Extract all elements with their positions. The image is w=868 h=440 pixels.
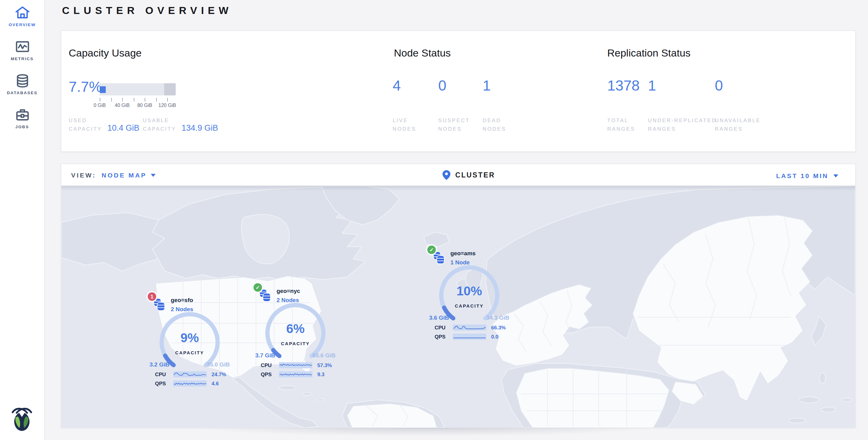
view-dropdown[interactable]: NODE MAP bbox=[101, 171, 156, 179]
capacity-bar-dark-segment bbox=[164, 83, 176, 95]
cluster-summary-card: Capacity Usage 7.7% 0 GiB40 GiB80 GiB120… bbox=[61, 30, 856, 152]
capacity-gauge-percent: 10% bbox=[426, 284, 513, 298]
scroll-shadow bbox=[146, 428, 705, 440]
used-capacity-label: USEDCAPACITY bbox=[69, 116, 102, 133]
healthy-badge: ✓ bbox=[427, 246, 436, 254]
locality-name: geo=ams bbox=[451, 250, 476, 256]
node-status-title: Node Status bbox=[394, 48, 451, 60]
capacity-bar-track bbox=[100, 83, 176, 95]
capacity-bar: 0 GiB40 GiB80 GiB120 GiB bbox=[100, 83, 176, 111]
chevron-down-icon bbox=[833, 174, 838, 177]
healthy-badge: ✓ bbox=[253, 283, 262, 292]
suspect-nodes-value: 0 bbox=[438, 78, 446, 93]
qps-row: QPS 9.3 bbox=[261, 371, 324, 377]
map-locality-nyc[interactable]: ✓ geo=nyc 2 Nodes 6% CAPACITY 3.7 GiB 65… bbox=[252, 280, 343, 383]
jobs-icon bbox=[14, 107, 30, 123]
locality-used-capacity: 3.6 GiB bbox=[429, 314, 449, 321]
metrics-icon bbox=[14, 39, 30, 55]
replication-status-title: Replication Status bbox=[607, 48, 690, 60]
cpu-label: CPU bbox=[435, 324, 451, 331]
chevron-down-icon bbox=[151, 174, 156, 177]
unavailable-ranges-stat: 0 UNAVAILABLERANGES bbox=[715, 78, 723, 93]
cpu-value: 24.7% bbox=[212, 371, 226, 377]
qps-label: QPS bbox=[261, 371, 277, 377]
under-replicated-ranges-label: UNDER-REPLICATEDRANGES bbox=[648, 116, 721, 133]
cpu-label: CPU bbox=[261, 362, 277, 368]
cpu-row: CPU 66.3% bbox=[435, 324, 506, 331]
qps-row: QPS 4.6 bbox=[155, 380, 219, 386]
dead-node-badge: 1 bbox=[148, 292, 156, 301]
capacity-bar-tick bbox=[111, 98, 112, 101]
locality-used-capacity: 3.7 GiB bbox=[255, 352, 275, 358]
capacity-gauge-range: 3.6 GiB 34.3 GiB bbox=[429, 314, 509, 321]
capacity-bar-tick bbox=[133, 98, 134, 101]
dead-nodes-stat: 1 DEADNODES bbox=[483, 78, 491, 93]
capacity-bar-fill bbox=[100, 86, 105, 93]
qps-sparkline bbox=[279, 371, 312, 377]
map-pin-icon bbox=[442, 170, 451, 180]
unavailable-ranges-value: 0 bbox=[715, 78, 723, 93]
under-replicated-ranges-value: 1 bbox=[648, 78, 656, 93]
total-ranges-value: 1378 bbox=[607, 78, 640, 93]
databases-icon bbox=[14, 73, 30, 89]
locality-usable-capacity: 65.6 GiB bbox=[312, 352, 336, 358]
capacity-gauge-range: 3.7 GiB 65.6 GiB bbox=[255, 352, 336, 358]
usable-capacity: USABLECAPACITY 134.9 GiB bbox=[143, 116, 218, 133]
suspect-nodes-stat: 0 SUSPECTNODES bbox=[438, 78, 446, 93]
cpu-row: CPU 24.7% bbox=[155, 371, 226, 377]
view-selector-group: VIEW: NODE MAP bbox=[71, 171, 156, 179]
map-locality-ams[interactable]: ✓ geo=ams 1 Node 10% CAPACITY 3.6 GiB 34… bbox=[426, 243, 517, 346]
used-capacity-value: 10.4 GiB bbox=[107, 123, 139, 133]
used-capacity: USEDCAPACITY 10.4 GiB bbox=[69, 116, 139, 133]
usable-capacity-label: USABLECAPACITY bbox=[143, 116, 176, 133]
home-icon bbox=[14, 5, 30, 21]
capacity-bar-tick bbox=[156, 98, 157, 101]
capacity-bar-tick bbox=[145, 98, 145, 101]
capacity-gauge-range: 3.2 GiB 35.0 GiB bbox=[150, 361, 230, 368]
view-dropdown-value: NODE MAP bbox=[101, 171, 147, 179]
capacity-gauge-percent: 6% bbox=[252, 321, 339, 336]
view-label: VIEW: bbox=[71, 171, 96, 179]
sidebar-item-overview[interactable]: OVERVIEW bbox=[0, 5, 44, 27]
total-ranges-stat: 1378 TOTALRANGES bbox=[607, 78, 640, 93]
capacity-bar-tick-label: 120 GiB bbox=[158, 103, 176, 108]
locality-usable-capacity: 35.0 GiB bbox=[207, 361, 230, 368]
capacity-usage-title: Capacity Usage bbox=[69, 48, 142, 60]
sidebar-item-label: DATABASES bbox=[0, 91, 44, 95]
cpu-sparkline bbox=[173, 371, 207, 377]
sidebar-item-jobs[interactable]: JOBS bbox=[0, 107, 44, 129]
page-title: CLUSTER OVERVIEW bbox=[62, 5, 232, 17]
qps-label: QPS bbox=[155, 380, 171, 386]
locality-name: geo=nyc bbox=[277, 287, 300, 294]
dead-nodes-value: 1 bbox=[483, 78, 491, 93]
qps-value: 9.3 bbox=[317, 371, 324, 377]
dead-nodes-label: DEADNODES bbox=[483, 116, 556, 133]
map-locality-sfo[interactable]: 1 geo=sfo 2 Nodes 9% CAPACITY 3.2 GiB 35… bbox=[147, 289, 238, 392]
live-nodes-stat: 4 LIVENODES bbox=[393, 78, 401, 93]
unavailable-ranges-label: UNAVAILABLERANGES bbox=[715, 116, 788, 133]
capacity-bar-ticks: 0 GiB40 GiB80 GiB120 GiB bbox=[100, 95, 176, 111]
capacity-usage-percent: 7.7% bbox=[69, 78, 102, 95]
locality-name: geo=sfo bbox=[171, 296, 193, 303]
capacity-gauge-percent: 9% bbox=[147, 331, 233, 345]
capacity-bar-tick-label: 40 GiB bbox=[115, 103, 130, 108]
sidebar-item-label: OVERVIEW bbox=[0, 23, 44, 27]
capacity-bar-tick-label: 80 GiB bbox=[137, 103, 152, 108]
qps-sparkline bbox=[453, 334, 486, 340]
time-range-dropdown[interactable]: LAST 10 MIN bbox=[776, 172, 838, 179]
capacity-bar-tick bbox=[122, 98, 123, 101]
cluster-breadcrumb[interactable]: CLUSTER bbox=[442, 170, 495, 180]
locality-usable-capacity: 34.3 GiB bbox=[486, 314, 509, 321]
sidebar-item-databases[interactable]: DATABASES bbox=[0, 73, 44, 95]
cpu-value: 57.3% bbox=[317, 362, 332, 368]
time-range-value: LAST 10 MIN bbox=[776, 172, 829, 179]
cpu-value: 66.3% bbox=[491, 324, 506, 331]
qps-row: QPS 0.0 bbox=[435, 334, 498, 340]
cockroachdb-logo bbox=[8, 405, 36, 432]
cpu-row: CPU 57.3% bbox=[261, 362, 332, 368]
sidebar-item-metrics[interactable]: METRICS bbox=[0, 39, 44, 61]
under-replicated-ranges-stat: 1 UNDER-REPLICATEDRANGES bbox=[648, 78, 656, 93]
capacity-bar-tick bbox=[100, 98, 100, 101]
cluster-overview-page: OVERVIEW METRICS DATABASES JOBS bbox=[0, 0, 868, 440]
qps-value: 4.6 bbox=[212, 380, 219, 386]
